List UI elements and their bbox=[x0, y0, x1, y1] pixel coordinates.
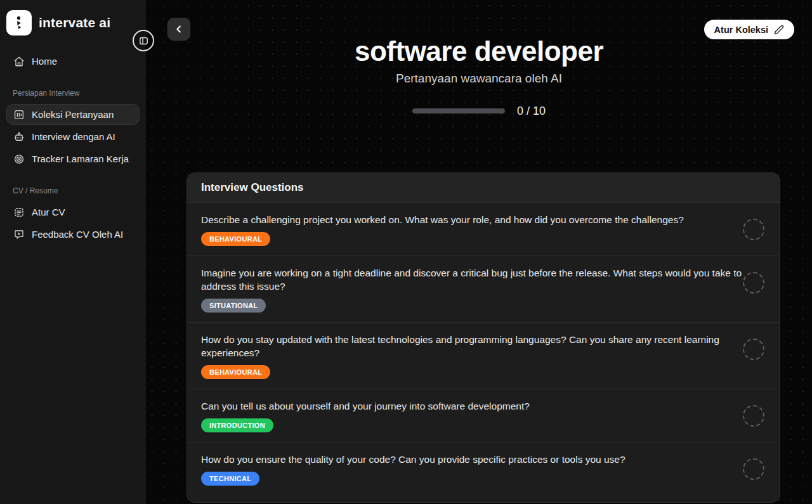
sidebar-item-label: Koleksi Pertanyaan bbox=[32, 109, 114, 120]
sidebar-item-interview-dengan-ai[interactable]: Interview dengan AI bbox=[6, 126, 140, 147]
sidebar-item-label: Tracker Lamaran Kerja bbox=[32, 153, 129, 164]
sidebar-section-label: CV / Resume bbox=[13, 186, 140, 195]
chevron-left-icon bbox=[173, 23, 185, 35]
pencil-icon bbox=[774, 25, 784, 35]
file-lines-icon bbox=[13, 207, 25, 218]
back-button[interactable] bbox=[167, 18, 190, 41]
sidebar-section-items: Atur CV Feedback CV Oleh AI bbox=[6, 202, 140, 245]
sidebar-section: CV / Resume Atur CV Feedback CV Oleh AI bbox=[6, 186, 140, 245]
main-content: Atur Koleksi software developer Pertanya… bbox=[146, 0, 812, 504]
intervate-logo-icon bbox=[6, 10, 32, 36]
sidebar-item-label: Atur CV bbox=[32, 207, 65, 217]
page-subtitle: Pertanyaan wawancara oleh AI bbox=[146, 72, 812, 86]
brand-name: intervate ai bbox=[39, 15, 110, 30]
sidebar-item-label: Interview dengan AI bbox=[32, 131, 115, 142]
panel-toggle-button[interactable] bbox=[133, 30, 154, 51]
panel-toggle-icon bbox=[138, 36, 149, 46]
sidebar-item-label: Home bbox=[32, 56, 57, 67]
question-text: How do you stay updated with the latest … bbox=[201, 333, 743, 359]
question-content: Describe a challenging project you worke… bbox=[201, 213, 743, 246]
sidebar-item-tracker-lamaran-kerja[interactable]: Tracker Lamaran Kerja bbox=[6, 148, 140, 169]
question-text: Describe a challenging project you worke… bbox=[201, 213, 743, 226]
bot-icon bbox=[13, 131, 25, 143]
sidebar-item-atur-cv[interactable]: Atur CV bbox=[6, 202, 140, 223]
question-text: How do you ensure the quality of your co… bbox=[201, 453, 743, 466]
progress-bar bbox=[412, 108, 505, 113]
question-row[interactable]: How do you ensure the quality of your co… bbox=[187, 442, 780, 495]
question-content: Imagine you are working on a tight deadl… bbox=[201, 266, 743, 313]
question-row[interactable]: Imagine you are working on a tight deadl… bbox=[187, 255, 780, 322]
sidebar-item-koleksi-pertanyaan[interactable]: Koleksi Pertanyaan bbox=[6, 104, 140, 125]
progress-label: 0 / 10 bbox=[517, 105, 546, 118]
question-tag: BEHAVIOURAL bbox=[201, 365, 270, 379]
sidebar-item-feedback-cv-oleh-ai[interactable]: Feedback CV Oleh AI bbox=[6, 224, 140, 245]
question-row[interactable]: Can you tell us about yourself and your … bbox=[187, 389, 780, 442]
sidebar: intervate ai Home Persiapan Interview Ko… bbox=[0, 0, 146, 504]
sidebar-section-items: Koleksi Pertanyaan Interview dengan AI T… bbox=[6, 104, 140, 169]
question-select-circle-icon[interactable] bbox=[743, 272, 764, 294]
sidebar-sections: Persiapan Interview Koleksi Pertanyaan I… bbox=[6, 89, 140, 245]
interview-questions-card: Interview Questions Describe a challengi… bbox=[187, 172, 780, 503]
message-reply-icon bbox=[13, 229, 25, 240]
question-content: How do you stay updated with the latest … bbox=[201, 333, 743, 379]
question-select-circle-icon[interactable] bbox=[743, 219, 764, 240]
question-text: Imagine you are working on a tight deadl… bbox=[201, 266, 743, 293]
question-list: Describe a challenging project you worke… bbox=[187, 202, 780, 495]
question-tag: BEHAVIOURAL bbox=[201, 232, 270, 246]
page-header: software developer Pertanyaan wawancara … bbox=[146, 0, 812, 118]
question-row[interactable]: Describe a challenging project you worke… bbox=[187, 202, 780, 255]
sidebar-section: Persiapan Interview Koleksi Pertanyaan I… bbox=[6, 89, 140, 169]
progress-row: 0 / 10 bbox=[146, 105, 812, 118]
library-icon bbox=[13, 109, 25, 120]
question-select-circle-icon[interactable] bbox=[743, 339, 764, 360]
sidebar-nav: Home Persiapan Interview Koleksi Pertany… bbox=[6, 51, 140, 245]
question-tag: TECHNICAL bbox=[201, 472, 259, 486]
question-row[interactable]: How do you stay updated with the latest … bbox=[187, 322, 780, 389]
question-content: Can you tell us about yourself and your … bbox=[201, 399, 743, 432]
sidebar-item-home[interactable]: Home bbox=[6, 51, 140, 72]
question-text: Can you tell us about yourself and your … bbox=[201, 399, 743, 413]
question-tag: INTRODUCTION bbox=[201, 418, 273, 432]
question-content: How do you ensure the quality of your co… bbox=[201, 453, 743, 486]
question-tag: SITUATIONAL bbox=[201, 299, 266, 313]
sidebar-section-label: Persiapan Interview bbox=[13, 89, 140, 98]
card-title: Interview Questions bbox=[187, 173, 780, 202]
brand[interactable]: intervate ai bbox=[6, 10, 140, 36]
page-title: software developer bbox=[146, 36, 812, 68]
manage-collection-button[interactable]: Atur Koleksi bbox=[704, 20, 794, 39]
question-select-circle-icon[interactable] bbox=[743, 405, 764, 427]
home-icon bbox=[13, 56, 25, 67]
manage-collection-label: Atur Koleksi bbox=[714, 25, 768, 35]
question-select-circle-icon[interactable] bbox=[743, 458, 764, 480]
sidebar-item-label: Feedback CV Oleh AI bbox=[32, 229, 123, 240]
target-icon bbox=[13, 153, 25, 165]
